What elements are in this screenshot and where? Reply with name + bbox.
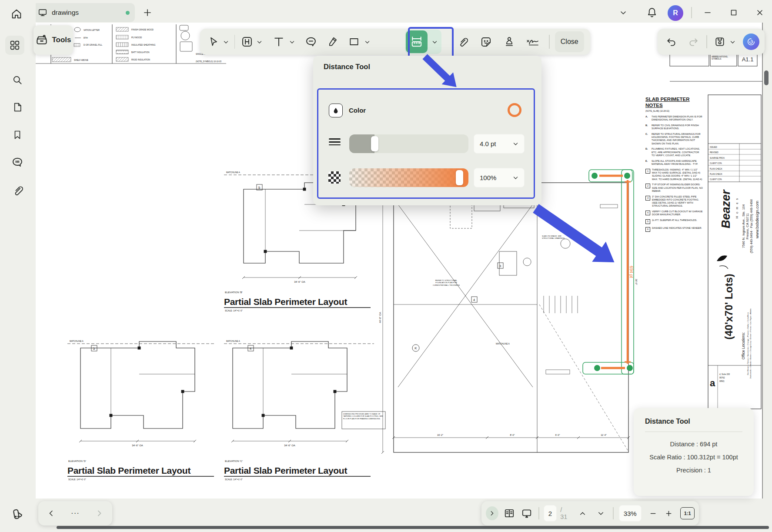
actual-size-button[interactable]: 1:1 xyxy=(680,507,695,519)
slab-perimeter-notes: SLAB PERIMETER NOTES (NOTE_SLAB) (10-28-… xyxy=(645,96,703,234)
distance-info-panel: Distance Tool Distance : 694 pt Scale Ra… xyxy=(634,408,754,496)
unsaved-dot xyxy=(126,11,130,15)
notes-title-line2: NOTES xyxy=(645,102,703,108)
opacity-slider[interactable] xyxy=(349,168,468,187)
select-tool-dropdown[interactable] xyxy=(222,33,230,50)
close-toolbar-button[interactable]: Close xyxy=(555,31,585,52)
h-box-icon xyxy=(241,36,253,48)
note-numbered: 1THRESHOLDS: INSWING: 4" MIN / 1 1/2" MA… xyxy=(645,168,703,181)
info-panel-title: Distance Tool xyxy=(645,418,742,425)
text-tool-dropdown[interactable] xyxy=(288,33,296,50)
document-icon xyxy=(12,102,23,113)
page-number-input[interactable]: 2 xyxy=(544,505,557,522)
appearance-button[interactable] xyxy=(8,505,27,524)
zoom-in-button[interactable] xyxy=(663,506,675,521)
stamp-tool-button[interactable] xyxy=(500,33,518,50)
paperclip-icon xyxy=(457,36,468,47)
attach-tool-button[interactable] xyxy=(454,33,471,50)
page-total-label: / 31 xyxy=(560,506,570,520)
save-icon xyxy=(714,36,725,47)
next-page-button[interactable] xyxy=(595,506,608,521)
toolbar-separator xyxy=(234,35,235,49)
distance-value-row: Distance : 694 pt xyxy=(645,441,742,448)
ai-sparkle-icon xyxy=(746,37,756,47)
opacity-slider-handle[interactable] xyxy=(456,170,463,185)
note-numbered: 6DASHED LINE INDICATES STONE VENEER. xyxy=(645,227,703,232)
tools-button[interactable]: Tools xyxy=(33,25,73,55)
horizontal-scrollbar[interactable] xyxy=(57,526,769,529)
signature-tool-button[interactable] xyxy=(522,33,544,50)
line-width-select[interactable]: 4.0 pt xyxy=(474,134,525,154)
color-label: Color xyxy=(349,107,366,114)
attachments-panel-button[interactable] xyxy=(10,183,24,197)
sticker-icon xyxy=(480,36,492,48)
search-button[interactable] xyxy=(10,73,24,87)
redo-button[interactable] xyxy=(685,33,702,50)
topbar-separator xyxy=(691,7,692,18)
comment-icon xyxy=(11,156,23,168)
active-tool-selection-outline xyxy=(408,27,454,59)
line-width-slider[interactable] xyxy=(349,134,468,153)
nav-more-button[interactable]: ··· xyxy=(71,509,80,518)
palette-icon xyxy=(11,508,24,521)
note-numbered: 52x P.T. SLEEPER AT ALL THRESHOLDS. xyxy=(645,219,703,224)
minimize-button[interactable] xyxy=(701,7,714,18)
home-button[interactable] xyxy=(9,6,24,22)
note-numbered: 2TYP STOOP AT INSWING/SLIDER DOORS: SIZE… xyxy=(645,183,703,193)
note-lettered: A.THIS PERIMETER DIMENSION PLAN IS FOR D… xyxy=(645,115,703,122)
rectangle-icon xyxy=(348,36,360,47)
paperclip-icon xyxy=(12,184,23,196)
presentation-icon xyxy=(521,508,532,519)
statusbar-separator xyxy=(538,507,539,519)
pen-tool-button[interactable] xyxy=(324,33,341,50)
page-layout-button[interactable] xyxy=(502,505,517,522)
apps-grid-button[interactable] xyxy=(5,36,24,55)
home-icon xyxy=(10,8,23,20)
shape-tool-button[interactable] xyxy=(346,33,362,50)
new-tab-button[interactable] xyxy=(141,6,154,19)
file-actions-toolbar xyxy=(658,29,765,55)
pages-panel-button[interactable] xyxy=(10,100,24,114)
save-dropdown[interactable] xyxy=(728,33,738,50)
present-mode-button[interactable] xyxy=(519,505,534,522)
sticker-tool-button[interactable] xyxy=(477,33,495,50)
tab-title: drawings xyxy=(52,9,79,17)
shape-tool-dropdown[interactable] xyxy=(363,33,371,50)
undo-icon xyxy=(666,36,677,47)
undo-button[interactable] xyxy=(663,33,680,50)
notes-title-line1: SLAB PERIMETER xyxy=(645,96,703,102)
avatar[interactable]: R xyxy=(668,5,683,21)
stamp-icon xyxy=(504,36,515,47)
document-tab[interactable]: drawings xyxy=(33,3,135,22)
comment-tool-button[interactable] xyxy=(302,33,320,50)
maximize-button[interactable] xyxy=(727,7,740,18)
zoom-level-input[interactable]: 33% xyxy=(619,505,642,522)
vertical-scrollbar-thumb[interactable] xyxy=(764,70,769,85)
toolbar-separator xyxy=(549,35,549,49)
save-button[interactable] xyxy=(712,33,728,50)
close-window-button[interactable] xyxy=(753,7,766,18)
comments-panel-button[interactable] xyxy=(10,155,25,170)
previous-page-button[interactable] xyxy=(576,506,589,521)
highlight-tool-button[interactable] xyxy=(239,33,255,50)
note-numbered: 4VERIFY CURB CUT BLOCKOUT W/ GARAGE DOOR… xyxy=(645,210,703,217)
line-width-slider-handle[interactable] xyxy=(371,136,378,151)
zoom-out-button[interactable] xyxy=(647,506,659,521)
ai-assistant-button[interactable] xyxy=(743,33,759,50)
line-color-ring[interactable] xyxy=(508,103,521,117)
info-panel-divider xyxy=(645,432,742,432)
color-swatch-icon-box xyxy=(329,104,343,117)
tabs-dropdown-button[interactable] xyxy=(618,7,629,18)
nav-back-button[interactable] xyxy=(45,507,58,520)
bookmark-icon xyxy=(12,129,23,141)
bookmarks-panel-button[interactable] xyxy=(10,128,24,142)
select-tool-button[interactable] xyxy=(206,33,221,50)
notifications-button[interactable] xyxy=(645,5,658,20)
text-tool-button[interactable] xyxy=(271,33,287,50)
opacity-icon xyxy=(328,171,341,184)
expand-panel-button[interactable] xyxy=(486,506,498,520)
nav-forward-button[interactable] xyxy=(93,507,106,520)
opacity-select[interactable]: 100% xyxy=(474,168,525,187)
highlight-tool-dropdown[interactable] xyxy=(256,33,264,50)
annotation-toolbar: Close xyxy=(200,29,590,55)
